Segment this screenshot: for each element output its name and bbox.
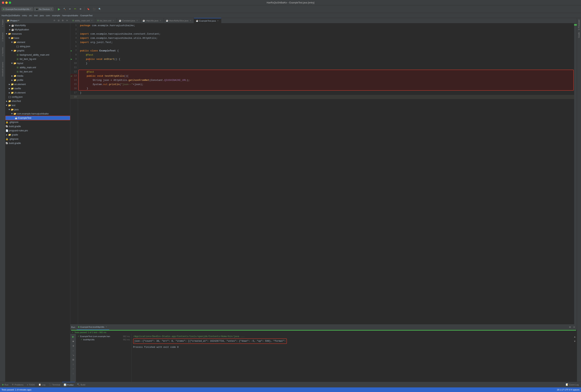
tree-item-element[interactable]: ▶ 📂 element	[5, 40, 70, 44]
bottom-tab-run[interactable]: ▶ Run	[1, 382, 10, 388]
settings-button[interactable]: ⚙	[78, 7, 82, 11]
settings-run-button[interactable]: ⚙	[568, 325, 572, 329]
tree-item-com-example[interactable]: ▶ 📂 com.example.hanruqiushibaike	[5, 112, 70, 116]
close-tab-ability[interactable]: ✕	[90, 19, 93, 22]
tab-constant-java[interactable]: ☕ Constant.java ✕	[117, 18, 140, 23]
run-tab-exampletest[interactable]: ▶ ExampleTest.testHttpUtils ✕	[77, 324, 109, 330]
breadcrumb-item-5[interactable]: com	[46, 14, 50, 17]
close-tab-mainabilityslice[interactable]: ✕	[189, 19, 192, 22]
close-tab-exampletest[interactable]: ✕	[216, 20, 219, 22]
test-method-item[interactable]: ✓ testHttpUtils 982 ms	[76, 338, 132, 341]
search-button[interactable]: 🔍	[97, 7, 102, 11]
tree-item-media[interactable]: ▶ 📁 media	[5, 74, 70, 78]
run-button[interactable]: ▶	[57, 6, 62, 12]
run-config-selector[interactable]: ▶ ExampleTest.testHttpUtils ▾	[2, 7, 33, 11]
tab-mainabilityslice-java[interactable]: ☕ MainAbilitySlice.java ✕	[164, 18, 194, 23]
pause-button[interactable]: ⏸	[71, 344, 75, 348]
close-tab-list-item[interactable]: ✕	[112, 19, 115, 22]
tree-item-zh-element[interactable]: ▶ 📁 zh.element	[5, 91, 70, 95]
left-icon-1[interactable]: 1: Project	[1, 19, 4, 28]
sync-project-button[interactable]: ⟳	[52, 19, 56, 22]
tab-exampletest-java[interactable]: ☕ ExampleTest.java ✕	[194, 18, 221, 23]
close-run-tab[interactable]: ✕	[105, 326, 108, 328]
no-devices-selector[interactable]: 📱 No Devices ▾	[34, 7, 53, 11]
breadcrumb-item-2[interactable]: src	[29, 14, 32, 17]
breadcrumb-item-7[interactable]: hanruqiushibaike	[62, 14, 78, 17]
tree-item-list-item-xml[interactable]: ⊞ list_item.xml	[5, 70, 70, 74]
tree-item-gitignore[interactable]: 🔒 .gitignore	[5, 120, 70, 124]
tree-item-base[interactable]: ▶ 📂 base	[5, 36, 70, 40]
device-manager-button[interactable]: 📟	[73, 7, 78, 11]
tree-item-en-element[interactable]: ▶ 📁 en.element	[5, 82, 70, 86]
step-over-button[interactable]: ↓	[71, 348, 75, 352]
bottom-tab-log[interactable]: 📋 Log	[37, 382, 47, 388]
bottom-tab-problems[interactable]: ⑥ Problems	[10, 382, 25, 388]
tree-item-build-gradle[interactable]: 🐘 build.gradle	[5, 124, 70, 128]
scroll-up-button[interactable]: ▲	[573, 335, 577, 339]
breadcrumb-item-6[interactable]: example	[52, 14, 60, 17]
left-icon-3[interactable]: 2: Favorites	[1, 46, 4, 57]
left-icon-2[interactable]: 2: Structure	[1, 32, 4, 42]
tree-item-gradle[interactable]: ▶ 📁 gradle	[5, 133, 70, 137]
bottom-tab-terminal[interactable]: ⬛ Terminal	[47, 382, 62, 388]
test-gutter-icon-13[interactable]: ↺	[71, 74, 72, 78]
breadcrumb-item-0[interactable]: HanRuQiuShiBaiKe	[2, 14, 20, 17]
minimize-button[interactable]	[5, 2, 8, 4]
tree-item-myapplication[interactable]: ▶ ☕ MyApplication	[5, 28, 70, 32]
rerun-button[interactable]: ▶	[71, 335, 75, 339]
maximize-button[interactable]	[9, 2, 11, 4]
collapse-button[interactable]: ↓	[71, 371, 75, 376]
expand-button[interactable]: ↑	[71, 367, 75, 371]
terminal-button[interactable]: ⬛	[92, 7, 96, 11]
tree-item-proguard[interactable]: 📄 proguard-rules.pro	[5, 128, 70, 133]
bottom-tab-event-log[interactable]: 📝 Event Log	[564, 382, 580, 388]
filter-button[interactable]: ⊞	[71, 358, 75, 362]
tree-item-list-item-bg[interactable]: ⊞ list_item_bg.xml	[5, 57, 70, 61]
run-test-gutter-icon[interactable]: ▶	[71, 58, 72, 60]
breadcrumb-item-8[interactable]: ExampleTest	[80, 14, 92, 17]
left-icon-4[interactable]: OhosBuild Variants	[1, 61, 4, 77]
bottom-tab-build[interactable]: 🔨 Build	[76, 382, 87, 388]
breadcrumb-item-4[interactable]: java	[40, 14, 44, 17]
tree-item-test[interactable]: ▶ 📂 test	[5, 103, 70, 108]
tree-item-mainability[interactable]: ▶ ☕ MainAbility	[5, 23, 70, 28]
tree-item-ability-main-xml[interactable]: ⊞ ability_main.xml	[5, 66, 70, 70]
tree-item-string-json[interactable]: { } string.json	[5, 44, 70, 48]
run-gutter-icon[interactable]: ▶	[71, 50, 72, 52]
tab-list-item-xml[interactable]: ⊞ list_item.xml ✕	[95, 18, 117, 23]
tree-item-layout[interactable]: ▶ 📂 layout	[5, 61, 70, 66]
tree-item-gitignore2[interactable]: 🔒 .gitignore	[5, 137, 70, 141]
tree-item-graphic[interactable]: ▶ 📂 graphic	[5, 48, 70, 53]
stop-button[interactable]: ■	[71, 339, 75, 344]
breadcrumb-item-1[interactable]: entry	[22, 14, 27, 17]
close-tab-constant[interactable]: ✕	[136, 19, 138, 22]
close-panel-button[interactable]: ✕	[65, 19, 69, 22]
sync-button[interactable]: ⟳	[68, 7, 72, 11]
tree-item-ohostest[interactable]: ▶ 📁 ohosTest	[5, 99, 70, 103]
bottom-tab-profiler[interactable]: 📊 Profiler	[62, 382, 75, 388]
sort-button[interactable]: ↕	[71, 362, 75, 366]
bottom-tab-todo[interactable]: ≡ TODO	[26, 382, 36, 388]
tab-ability-main-xml[interactable]: ⊞ ability_main.xml ✕	[70, 18, 95, 23]
step-into-button[interactable]: ↘	[71, 353, 75, 357]
project-settings-button[interactable]: ⚙	[61, 19, 64, 22]
tree-item-config-json[interactable]: { } config.json	[5, 95, 70, 99]
test-suite-item[interactable]: ✓ ExampleTest (com.example.han 982 ms	[76, 335, 132, 338]
build-button[interactable]: 🔨	[62, 7, 67, 11]
collapse-all-button[interactable]: ⊟	[57, 19, 60, 22]
tree-item-resources[interactable]: ▶ 📂 resources	[5, 32, 70, 36]
tree-item-build-gradle2[interactable]: 🐘 build.gradle	[5, 141, 70, 145]
tree-item-bg-ability[interactable]: ⊞ background_ability_main.xml	[5, 53, 70, 57]
close-tab-httputils[interactable]: ✕	[159, 19, 162, 22]
close-button[interactable]	[2, 2, 4, 4]
tree-item-rawfile[interactable]: ▶ 📁 rawfile	[5, 86, 70, 91]
tree-item-exampletest[interactable]: ☕ ExampleTest	[5, 116, 70, 120]
code-editor[interactable]: package com.example.hanruqiushibaike; im…	[78, 23, 574, 324]
scroll-down-button[interactable]: ▼	[573, 339, 577, 344]
breadcrumb-item-3[interactable]: test	[34, 14, 38, 17]
tab-httputils-java[interactable]: ☕ HttpUtils.java ✕	[140, 18, 164, 23]
tree-item-java[interactable]: ▶ 📂 java	[5, 108, 70, 112]
right-sidebar-gradle2[interactable]: Gradle	[578, 31, 580, 39]
right-sidebar-gradle[interactable]: 3: Previewer	[578, 19, 580, 31]
bookmarks-button[interactable]: 🔖	[86, 7, 91, 11]
